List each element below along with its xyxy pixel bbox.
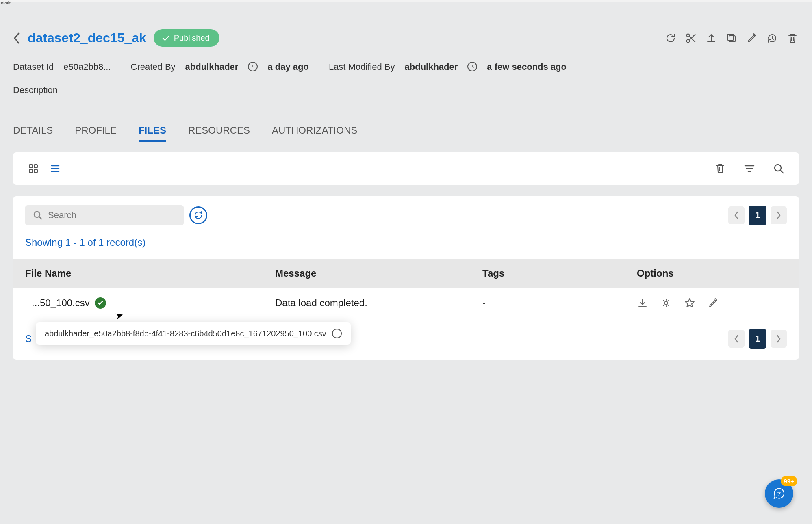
copy-icon[interactable]	[725, 32, 738, 45]
view-toolbar	[13, 152, 799, 185]
clock-icon	[248, 62, 258, 71]
tab-files[interactable]: FILES	[139, 125, 166, 142]
search-input[interactable]	[48, 210, 176, 221]
header-actions	[664, 32, 799, 45]
dataset-id-label: Dataset Id	[13, 62, 54, 72]
svg-point-0	[687, 34, 690, 37]
header: dataset2_dec15_ak Published	[13, 29, 799, 47]
edit-icon[interactable]	[745, 32, 758, 45]
refresh-button[interactable]	[189, 206, 207, 224]
pager-prev[interactable]	[728, 206, 745, 224]
grid-view-icon[interactable]	[27, 162, 40, 175]
files-list-card: 1 Showing 1 - 1 of 1 record(s) File Name…	[13, 196, 799, 360]
col-header-options: Options	[625, 259, 799, 288]
status-check-icon	[95, 297, 106, 309]
filename-tooltip: abdulkhader_e50a2bb8-f8db-4f41-8283-c6b4…	[36, 322, 351, 345]
col-header-filename: File Name	[13, 259, 263, 288]
separator	[121, 61, 121, 74]
history-icon[interactable]	[766, 32, 779, 45]
search-box[interactable]	[25, 205, 184, 225]
search-icon[interactable]	[772, 162, 785, 175]
created-by-label: Created By	[131, 62, 176, 72]
help-fab[interactable]: ? 99+	[765, 479, 793, 508]
file-tags: -	[470, 288, 625, 318]
col-header-message: Message	[263, 259, 470, 288]
modified-time: a few seconds ago	[487, 62, 567, 72]
back-chevron-icon[interactable]	[13, 32, 20, 44]
separator	[319, 61, 319, 74]
created-time: a day ago	[267, 62, 308, 72]
tab-details[interactable]: DETAILS	[13, 125, 53, 142]
file-name: ...50_100.csv	[32, 297, 90, 309]
settings-gear-icon[interactable]	[660, 297, 672, 309]
upload-icon[interactable]	[705, 32, 718, 45]
pager-top: 1	[728, 206, 787, 225]
pager-bottom: 1	[728, 329, 787, 349]
pager-next[interactable]	[771, 330, 787, 348]
tab-resources[interactable]: RESOURCES	[188, 125, 250, 142]
records-count-top: Showing 1 - 1 of 1 record(s)	[13, 230, 799, 259]
modified-by-label: Last Modified By	[329, 62, 395, 72]
tab-profile[interactable]: PROFILE	[75, 125, 117, 142]
pager-page[interactable]: 1	[749, 329, 766, 349]
refresh-icon[interactable]	[664, 32, 677, 45]
clock-icon	[467, 62, 477, 71]
pager-next[interactable]	[771, 206, 787, 224]
tooltip-text: abdulkhader_e50a2bb8-f8db-4f41-8283-c6b4…	[45, 329, 326, 338]
file-message: Data load completed.	[263, 288, 470, 318]
svg-rect-6	[29, 169, 33, 173]
tabs: DETAILS PROFILE FILES RESOURCES AUTHORIZ…	[13, 125, 799, 142]
svg-rect-3	[727, 34, 734, 40]
created-by-user: abdulkhader	[185, 62, 239, 72]
filter-icon[interactable]	[743, 162, 756, 175]
svg-point-1	[687, 39, 690, 42]
scissors-icon[interactable]	[684, 32, 697, 45]
table-header: File Name Message Tags Options	[13, 259, 799, 288]
dataset-id-value: e50a2bb8...	[63, 62, 111, 72]
pager-prev[interactable]	[728, 330, 745, 348]
tab-authorizations[interactable]: AUTHORIZATIONS	[272, 125, 357, 142]
description-label: Description	[13, 85, 799, 95]
svg-point-10	[664, 301, 668, 305]
records-count-bottom-partial: S	[25, 333, 32, 344]
col-header-tags: Tags	[470, 259, 625, 288]
svg-rect-7	[34, 169, 37, 173]
list-view-icon[interactable]	[49, 162, 62, 175]
pager-page[interactable]: 1	[749, 206, 766, 225]
table-row[interactable]: ...50_100.csv Data load completed. -	[13, 288, 799, 318]
search-icon	[33, 210, 43, 221]
modified-by-user: abdulkhader	[405, 62, 458, 72]
check-icon	[162, 34, 170, 42]
svg-rect-2	[729, 36, 735, 42]
edit-row-icon[interactable]	[708, 297, 719, 309]
help-badge: 99+	[781, 476, 797, 486]
svg-rect-4	[29, 165, 33, 168]
bulk-delete-icon[interactable]	[714, 162, 727, 175]
copy-filename-icon[interactable]	[332, 329, 342, 338]
page-content: dataset2_dec15_ak Published	[0, 2, 812, 373]
status-badge: Published	[154, 29, 219, 47]
download-icon[interactable]	[637, 297, 648, 309]
status-label: Published	[174, 33, 210, 43]
dataset-title[interactable]: dataset2_dec15_ak	[28, 30, 146, 45]
star-icon[interactable]	[684, 297, 695, 309]
meta-row: Dataset Id e50a2bb8... Created By abdulk…	[13, 61, 799, 74]
svg-text:?: ?	[777, 490, 781, 497]
trash-icon[interactable]	[786, 32, 799, 45]
svg-rect-5	[34, 165, 37, 168]
